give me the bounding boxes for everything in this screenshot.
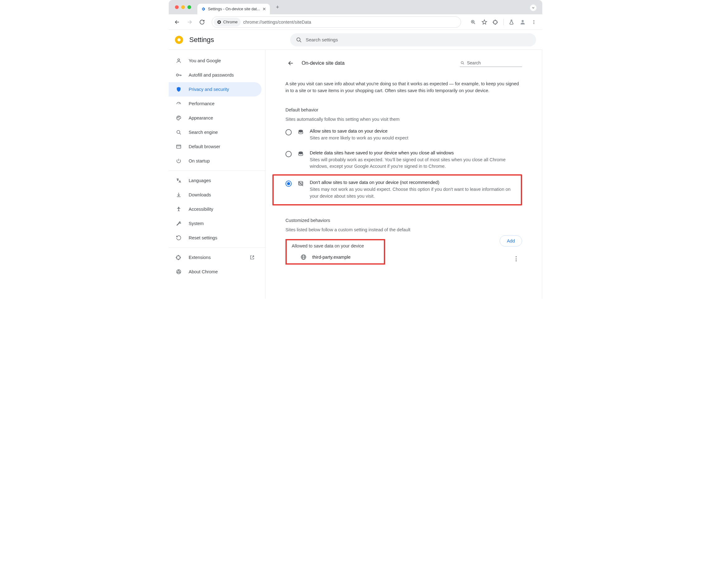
sidebar-item-you-and-google[interactable]: You and Google <box>169 53 261 68</box>
browser-tab[interactable]: Settings - On-device site dat... ✕ <box>197 4 270 14</box>
svg-line-25 <box>180 133 181 134</box>
labs-button[interactable] <box>506 17 517 27</box>
tab-title: Settings - On-device site dat... <box>208 7 260 11</box>
tab-close-button[interactable]: ✕ <box>262 6 266 12</box>
settings-favicon-icon <box>201 7 206 11</box>
radio-option-allow[interactable]: Allow sites to save data on your device … <box>285 124 522 146</box>
site-more-button[interactable]: ⋮ <box>513 255 519 262</box>
close-window-button[interactable] <box>175 5 179 9</box>
sidebar-item-accessibility[interactable]: Accessibility <box>169 202 261 216</box>
sidebar-label: Languages <box>189 178 211 183</box>
sidebar-label: Default browser <box>189 144 220 149</box>
database-icon <box>297 129 304 135</box>
svg-line-38 <box>463 64 464 64</box>
svg-line-14 <box>300 41 301 42</box>
settings-main: On-device site data A site you visit can… <box>265 50 542 299</box>
nav-back-button[interactable] <box>172 17 182 27</box>
zoom-button[interactable] <box>468 17 478 27</box>
svg-point-23 <box>179 117 180 117</box>
extensions-button[interactable] <box>490 17 501 27</box>
radio-option-dont-allow[interactable]: Don't allow sites to save data on your d… <box>285 177 518 202</box>
svg-point-9 <box>522 20 524 22</box>
chrome-menu-button[interactable] <box>529 17 539 27</box>
highlight-box: Don't allow sites to save data on your d… <box>273 174 522 205</box>
fullscreen-window-button[interactable] <box>188 5 191 9</box>
sidebar-item-about[interactable]: About Chrome <box>169 265 261 279</box>
radio-title: Allow sites to save data on your device <box>310 129 522 133</box>
svg-rect-26 <box>176 145 181 149</box>
customized-behaviors-sublabel: Sites listed below follow a custom setti… <box>285 227 522 232</box>
new-tab-button[interactable]: + <box>273 3 282 12</box>
sidebar-label: Privacy and security <box>189 87 229 92</box>
radio-button[interactable] <box>285 129 292 135</box>
browser-tabstrip: Settings - On-device site dat... ✕ + <box>169 0 542 14</box>
tabs-dropdown-button[interactable] <box>530 4 537 11</box>
sidebar-item-privacy[interactable]: Privacy and security <box>169 82 261 96</box>
omnibox-chip-label: Chrome <box>223 20 238 24</box>
svg-point-3 <box>218 21 220 23</box>
profile-button[interactable] <box>517 17 528 27</box>
reload-button[interactable] <box>197 17 207 27</box>
sidebar-item-autofill[interactable]: Autofill and passwords <box>169 68 261 82</box>
page-description: A site you visit can save info about wha… <box>285 74 522 97</box>
chrome-outline-icon <box>176 269 182 275</box>
sidebar-item-languages[interactable]: Languages <box>169 173 261 188</box>
radio-option-delete-on-close[interactable]: Delete data sites have saved to your dev… <box>285 146 522 175</box>
svg-point-13 <box>297 38 300 41</box>
puzzle-icon <box>176 255 182 260</box>
allowed-site-row[interactable]: third-party.example <box>292 248 379 260</box>
sidebar-label: You and Google <box>189 58 221 63</box>
sidebar-item-search-engine[interactable]: Search engine <box>169 125 261 139</box>
radio-title: Don't allow sites to save data on your d… <box>310 180 518 185</box>
svg-point-15 <box>178 59 180 61</box>
settings-header: Settings <box>169 30 542 50</box>
nav-forward-button[interactable] <box>184 17 195 27</box>
sidebar-item-reset[interactable]: Reset settings <box>169 231 261 245</box>
page-header: On-device site data <box>285 56 522 74</box>
page-back-button[interactable] <box>285 58 296 68</box>
sidebar-item-on-startup[interactable]: On startup <box>169 154 261 168</box>
search-icon <box>460 60 465 65</box>
sidebar-item-appearance[interactable]: Appearance <box>169 111 261 125</box>
add-site-button[interactable]: Add <box>500 235 522 246</box>
page-search-input[interactable] <box>467 60 521 65</box>
sidebar-label: On startup <box>189 158 210 164</box>
sidebar-item-performance[interactable]: Performance <box>169 96 261 111</box>
radio-button[interactable] <box>285 151 292 157</box>
sidebar-label: System <box>189 221 203 226</box>
browser-toolbar: Chrome chrome://settings/content/siteDat… <box>169 14 542 30</box>
radio-button[interactable] <box>285 180 292 187</box>
chrome-logo-icon <box>175 36 183 44</box>
sidebar-item-downloads[interactable]: Downloads <box>169 188 261 202</box>
database-off-icon <box>297 180 304 187</box>
svg-line-20 <box>179 103 180 104</box>
speedometer-icon <box>176 101 182 106</box>
omnibox[interactable]: Chrome chrome://settings/content/siteDat… <box>212 17 461 28</box>
page-title: On-device site data <box>302 60 345 66</box>
sidebar-item-system[interactable]: System <box>169 216 261 231</box>
bookmark-button[interactable] <box>479 17 490 27</box>
allowed-section-label: Allowed to save data on your device <box>292 243 379 248</box>
omnibox-origin-chip[interactable]: Chrome <box>214 18 241 26</box>
radio-description: Sites will probably work as expected. Yo… <box>310 157 522 170</box>
sidebar-item-default-browser[interactable]: Default browser <box>169 139 261 154</box>
settings-search[interactable] <box>290 33 536 46</box>
toolbar-separator <box>503 19 504 25</box>
sidebar-item-extensions[interactable]: Extensions <box>169 250 261 265</box>
settings-title: Settings <box>189 36 214 44</box>
sidebar-label: Autofill and passwords <box>189 72 234 78</box>
sidebar-label: Search engine <box>189 130 218 135</box>
wrench-icon <box>176 221 182 226</box>
site-hostname: third-party.example <box>312 255 350 260</box>
radio-description: Sites may not work as you would expect. … <box>310 186 518 200</box>
key-icon <box>176 72 182 78</box>
default-behavior-label: Default behavior <box>285 107 522 112</box>
person-icon <box>176 58 182 64</box>
settings-search-input[interactable] <box>306 37 531 42</box>
translate-icon <box>176 178 182 183</box>
minimize-window-button[interactable] <box>181 5 185 9</box>
page-search[interactable] <box>460 60 522 67</box>
svg-line-5 <box>474 23 475 24</box>
window-controls <box>172 0 197 14</box>
window-icon <box>176 144 182 149</box>
